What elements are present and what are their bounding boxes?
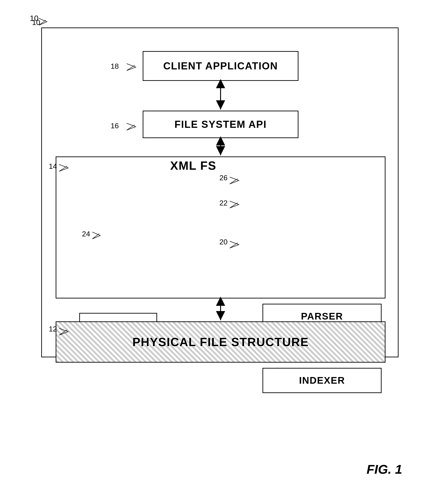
- ref-14: 14: [49, 162, 57, 171]
- figure-label: FIG. 1: [367, 462, 402, 477]
- file-system-api-box: FILE SYSTEM API: [143, 111, 299, 138]
- ref-26: 26: [219, 174, 228, 182]
- client-application-box: CLIENT APPLICATION: [143, 51, 299, 81]
- ref-18: 18: [111, 62, 119, 70]
- client-application-label: CLIENT APPLICATION: [163, 60, 278, 72]
- outer-box: CLIENT APPLICATION FILE SYSTEM API FILE …: [41, 28, 398, 357]
- physical-file-structure-box: PHYSICAL FILE STRUCTURE: [56, 321, 385, 363]
- xml-fs-label: XML FS: [170, 159, 217, 172]
- ref-24: 24: [82, 230, 90, 238]
- indexer-label: INDEXER: [299, 375, 345, 386]
- indexer-box: INDEXER: [262, 368, 381, 393]
- ref-20: 20: [219, 238, 228, 246]
- ref-22: 22: [219, 199, 228, 207]
- parser-label: PARSER: [301, 311, 343, 322]
- ref-16: 16: [111, 122, 119, 130]
- file-system-api-label: FILE SYSTEM API: [175, 119, 267, 130]
- ref-10-label: 10: [30, 14, 39, 23]
- physical-file-structure-label: PHYSICAL FILE STRUCTURE: [132, 335, 309, 349]
- ref-12: 12: [49, 325, 57, 333]
